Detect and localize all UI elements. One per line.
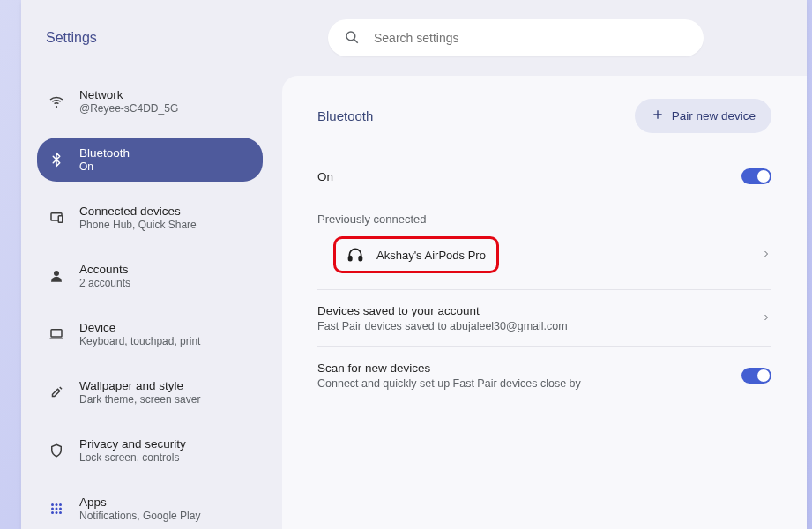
laptop-icon <box>48 325 65 343</box>
sidebar-item-network[interactable]: Network @Reyee-sC4DD_5G <box>37 79 263 123</box>
svg-point-19 <box>56 508 58 510</box>
svg-point-17 <box>59 503 62 506</box>
row-title: Scan for new devices <box>317 361 581 375</box>
pair-button-label: Pair new device <box>672 109 756 123</box>
plus-icon <box>651 108 665 124</box>
sidebar-item-label: Device <box>79 321 200 334</box>
sidebar-item-accounts[interactable]: Accounts 2 accounts <box>37 254 263 298</box>
sidebar-item-sublabel: @Reyee-sC4DD_5G <box>79 102 178 115</box>
sidebar-item-label: Bluetooth <box>79 146 130 160</box>
search-icon <box>344 29 360 48</box>
previously-connected-device[interactable]: Akshay's AirPods Pro <box>333 236 499 273</box>
chevron-right-icon[interactable] <box>761 249 771 262</box>
sidebar-item-sublabel: On <box>79 160 130 173</box>
previously-connected-label: Previously connected <box>317 212 771 226</box>
sidebar-item-label: Network <box>79 88 178 101</box>
scan-toggle[interactable] <box>741 368 771 384</box>
sidebar-item-sublabel: Dark theme, screen saver <box>79 393 200 406</box>
svg-point-23 <box>59 511 62 514</box>
sidebar-item-privacy[interactable]: Privacy and security Lock screen, contro… <box>37 428 263 473</box>
devices-icon <box>48 209 65 227</box>
search-field[interactable] <box>328 19 704 56</box>
svg-point-12 <box>54 271 59 276</box>
wifi-icon <box>48 93 65 110</box>
row-subtitle: Connect and quickly set up Fast Pair dev… <box>317 377 581 390</box>
svg-point-8 <box>346 32 355 41</box>
sidebar-item-label: Apps <box>79 495 200 509</box>
scan-new-devices-row: Scan for new devices Connect and quickly… <box>317 346 771 404</box>
sidebar-item-sublabel: Keyboard, touchpad, print <box>79 335 200 347</box>
pair-new-device-button[interactable]: Pair new device <box>635 99 771 133</box>
svg-point-15 <box>51 503 54 506</box>
headphones-icon <box>346 246 364 264</box>
apps-icon <box>48 500 65 518</box>
svg-rect-27 <box>349 257 352 261</box>
svg-point-21 <box>51 511 54 514</box>
sidebar-item-label: Accounts <box>79 263 130 276</box>
svg-point-22 <box>56 511 58 514</box>
content-title: Bluetooth <box>317 108 373 123</box>
svg-point-18 <box>51 508 54 510</box>
row-subtitle: Fast Pair devices saved to abujaleel30@g… <box>317 320 761 332</box>
svg-line-9 <box>354 39 358 42</box>
svg-rect-11 <box>58 216 63 223</box>
sidebar-item-apps[interactable]: Apps Notifications, Google Play <box>37 487 263 529</box>
svg-rect-13 <box>51 330 62 337</box>
sidebar-item-wallpaper[interactable]: Wallpaper and style Dark theme, screen s… <box>37 370 263 414</box>
sidebar-item-label: Wallpaper and style <box>79 379 200 392</box>
svg-point-20 <box>59 508 62 510</box>
sidebar-item-sublabel: Phone Hub, Quick Share <box>79 219 197 231</box>
page-title: Settings <box>46 30 257 46</box>
person-icon <box>48 267 65 285</box>
devices-saved-row[interactable]: Devices saved to your account Fast Pair … <box>317 289 771 346</box>
row-label: On <box>317 170 333 183</box>
chevron-right-icon <box>761 312 771 325</box>
row-title: Devices saved to your account <box>317 304 761 317</box>
sidebar-item-sublabel: Lock screen, controls <box>79 451 186 464</box>
brush-icon <box>48 384 65 401</box>
device-name: Akshay's AirPods Pro <box>376 249 486 262</box>
bluetooth-toggle[interactable] <box>741 168 771 184</box>
svg-point-16 <box>56 503 58 506</box>
svg-rect-28 <box>359 257 361 261</box>
sidebar-item-sublabel: Notifications, Google Play <box>79 510 200 522</box>
settings-window: Settings Network @Reyee-sC4DD_5G <box>21 0 807 529</box>
content-panel: Bluetooth Pair new device On Previously … <box>282 76 807 529</box>
search-input[interactable] <box>372 30 688 46</box>
topbar: Settings <box>21 0 807 76</box>
sidebar-item-connected-devices[interactable]: Connected devices Phone Hub, Quick Share <box>37 196 263 240</box>
sidebar-item-bluetooth[interactable]: Bluetooth On <box>37 138 263 182</box>
bluetooth-on-row: On <box>317 156 771 197</box>
shield-icon <box>48 442 65 459</box>
sidebar-item-label: Connected devices <box>79 205 197 218</box>
sidebar: Network @Reyee-sC4DD_5G Bluetooth On <box>21 76 279 529</box>
bluetooth-icon <box>48 151 65 168</box>
sidebar-item-device[interactable]: Device Keyboard, touchpad, print <box>37 312 263 356</box>
sidebar-item-sublabel: 2 accounts <box>79 277 130 289</box>
sidebar-item-label: Privacy and security <box>79 437 186 451</box>
